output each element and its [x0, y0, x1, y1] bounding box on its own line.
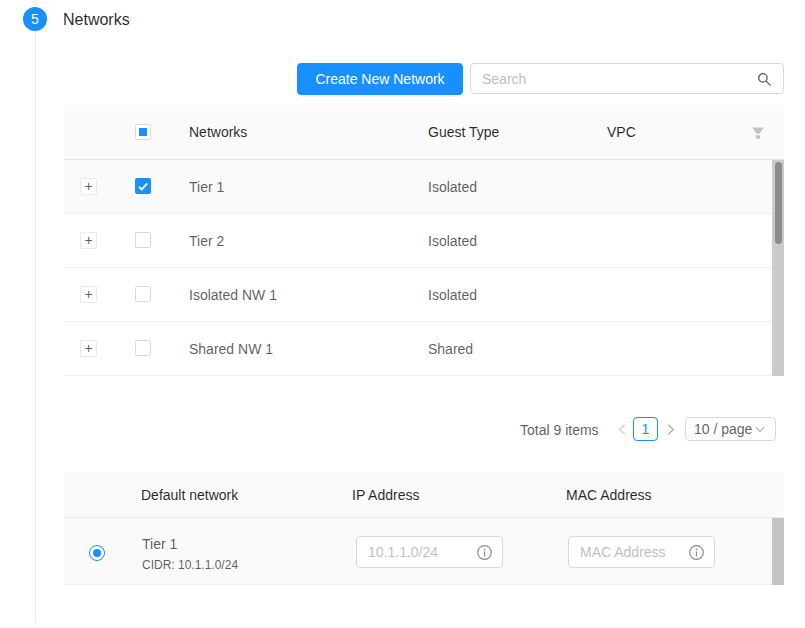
guest-type: Isolated — [428, 284, 477, 306]
guest-type: Isolated — [428, 176, 477, 198]
chevron-right-icon — [667, 424, 675, 435]
page-size-value: 10 / page — [694, 419, 752, 439]
network-name: Tier 1 — [189, 176, 224, 198]
network-name: Tier 2 — [189, 230, 224, 252]
table-row[interactable]: + Tier 2 Isolated — [64, 214, 772, 268]
pagination-next-button[interactable] — [667, 423, 675, 434]
expand-row-button[interactable]: + — [80, 286, 97, 303]
default-table-scrollbar[interactable] — [772, 518, 784, 585]
guest-type: Isolated — [428, 230, 477, 252]
search-placeholder: Search — [482, 69, 526, 89]
network-name: Shared NW 1 — [189, 338, 273, 360]
networks-table-header: Networks Guest Type VPC — [64, 105, 784, 160]
default-network-table: Default network IP Address MAC Address T… — [64, 472, 784, 585]
networks-table: Networks Guest Type VPC + Tier 1 Isolate… — [64, 105, 784, 377]
table-row[interactable]: + Isolated NW 1 Isolated — [64, 268, 772, 322]
default-network-name: Tier 1 — [142, 534, 177, 554]
info-circle-icon — [477, 545, 492, 560]
step-title: Networks — [63, 9, 130, 31]
table-row[interactable]: + Shared NW 1 Shared — [64, 322, 772, 376]
default-network-row[interactable]: Tier 1 CIDR: 10.1.1.0/24 10.1.1.0/24 MAC… — [64, 518, 772, 585]
column-header-ip-address: IP Address — [352, 484, 419, 506]
search-input[interactable]: Search — [470, 63, 784, 94]
table-scrollbar-thumb[interactable] — [775, 162, 782, 244]
table-row[interactable]: + Tier 1 Isolated — [64, 160, 772, 214]
networks-step-page: 5 Networks Create New Network Search Net… — [0, 0, 805, 628]
row-checkbox[interactable] — [135, 178, 151, 194]
search-icon[interactable] — [757, 72, 772, 87]
expand-row-button[interactable]: + — [80, 340, 97, 357]
column-header-vpc: VPC — [607, 121, 636, 143]
expand-row-button[interactable]: + — [80, 178, 97, 195]
filter-icon[interactable] — [752, 127, 764, 140]
pagination-total: Total 9 items — [520, 419, 599, 441]
default-table-header: Default network IP Address MAC Address — [64, 472, 784, 518]
chevron-down-icon — [755, 426, 765, 433]
column-header-guest-type: Guest Type — [428, 121, 499, 143]
page-size-select[interactable]: 10 / page — [685, 417, 776, 441]
ip-address-placeholder: 10.1.1.0/24 — [368, 542, 438, 562]
step-connector-line — [35, 31, 36, 623]
row-checkbox[interactable] — [135, 286, 151, 302]
row-checkbox[interactable] — [135, 340, 151, 356]
column-header-networks: Networks — [189, 121, 247, 143]
table-scrollbar[interactable] — [772, 160, 784, 376]
network-name: Isolated NW 1 — [189, 284, 277, 306]
default-network-radio[interactable] — [89, 545, 105, 561]
step-connector-line-top — [35, 0, 36, 7]
expand-row-button[interactable]: + — [80, 232, 97, 249]
column-header-default-network: Default network — [141, 484, 238, 506]
select-all-checkbox[interactable] — [135, 124, 151, 140]
mac-address-input[interactable]: MAC Address — [568, 536, 715, 568]
chevron-left-icon — [618, 424, 626, 435]
guest-type: Shared — [428, 338, 473, 360]
pagination-page-1[interactable]: 1 — [633, 417, 658, 441]
step-number-badge: 5 — [23, 7, 47, 31]
info-circle-icon — [689, 545, 704, 560]
column-header-mac-address: MAC Address — [566, 484, 652, 506]
pagination-prev-button[interactable] — [618, 423, 626, 434]
mac-address-placeholder: MAC Address — [580, 542, 666, 562]
create-new-network-button[interactable]: Create New Network — [297, 63, 463, 95]
checkmark-icon — [138, 182, 148, 191]
default-network-cidr: CIDR: 10.1.1.0/24 — [142, 557, 238, 573]
row-checkbox[interactable] — [135, 232, 151, 248]
ip-address-input[interactable]: 10.1.1.0/24 — [356, 536, 503, 568]
